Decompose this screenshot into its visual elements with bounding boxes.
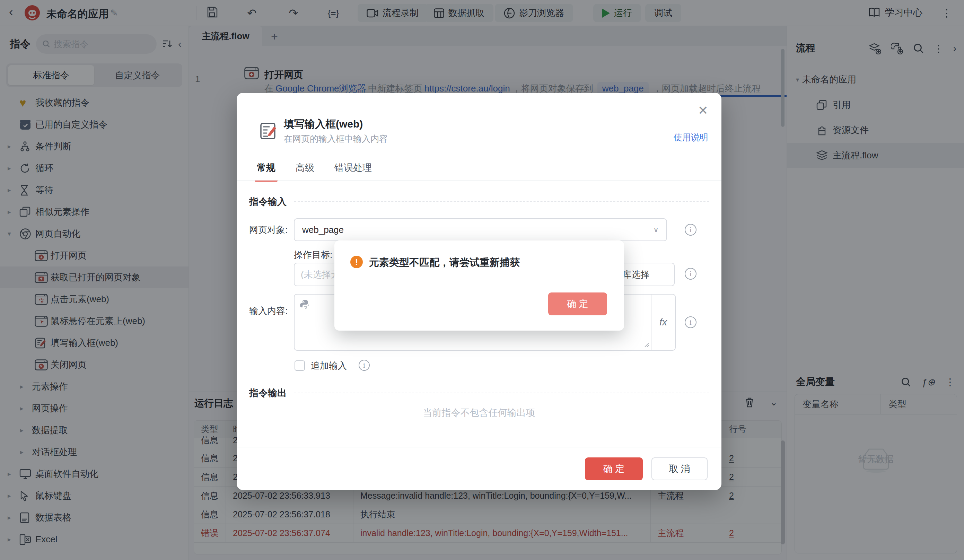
dialog-tab-2[interactable]: 错误处理 — [334, 161, 372, 182]
dialog-footer: 确 定 取 消 — [237, 447, 721, 490]
dialog-tab-1[interactable]: 高级 — [296, 161, 314, 182]
web-object-info-icon[interactable]: i — [685, 224, 697, 236]
fx-button[interactable]: fx — [651, 294, 676, 351]
content-label: 输入内容: — [249, 305, 288, 317]
fill-input-dialog-icon — [258, 121, 278, 142]
error-popup: ! 元素类型不匹配，请尝试重新捕获 确 定 — [334, 241, 624, 330]
dialog-tabs: 常规高级错误处理 — [257, 161, 372, 182]
web-object-select[interactable]: web_page ∨ — [294, 218, 667, 241]
chevron-down-icon: ∨ — [653, 225, 659, 234]
target-info-icon[interactable]: i — [685, 268, 697, 280]
dialog-title: 填写输入框(web) — [284, 117, 363, 131]
usage-help-link[interactable]: 使用说明 — [674, 132, 708, 143]
dialog-subtitle: 在网页的输入框中输入内容 — [284, 133, 388, 145]
target-label: 操作目标: — [294, 249, 332, 261]
fx-label: fx — [659, 317, 667, 328]
append-info-icon[interactable]: i — [359, 360, 370, 371]
dialog-cancel-button[interactable]: 取 消 — [651, 457, 708, 480]
resize-handle-icon[interactable] — [644, 342, 650, 348]
section-command-output: 指令输出 — [249, 387, 709, 399]
web-object-value: web_page — [302, 225, 344, 235]
error-message: 元素类型不匹配，请尝试重新捕获 — [369, 256, 520, 270]
close-dialog-icon[interactable]: ✕ — [698, 103, 708, 118]
popup-ok-button[interactable]: 确 定 — [548, 293, 607, 315]
no-output-text: 当前指令不包含任何输出项 — [237, 407, 721, 419]
python-icon — [300, 300, 310, 310]
web-object-label: 网页对象: — [249, 224, 288, 236]
append-input-checkbox[interactable] — [295, 360, 305, 371]
append-input-label: 追加输入 — [311, 360, 347, 372]
content-info-icon[interactable]: i — [685, 316, 697, 328]
dialog-tab-0[interactable]: 常规 — [257, 161, 275, 182]
section-command-input: 指令输入 — [249, 195, 709, 208]
dialog-ok-button[interactable]: 确 定 — [585, 457, 643, 480]
warning-icon: ! — [350, 256, 363, 268]
divider — [237, 180, 721, 181]
